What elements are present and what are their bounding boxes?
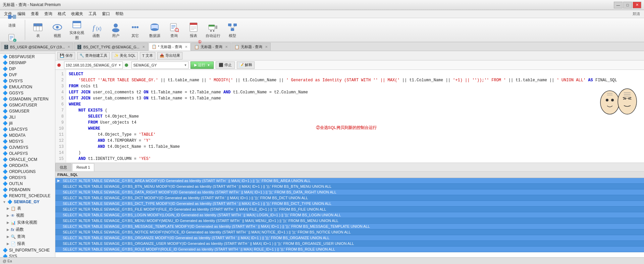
sidebar-item-jili-lower[interactable]: 🔷 jili bbox=[0, 120, 55, 126]
stop-button[interactable]: ⬛ 停止 bbox=[216, 61, 235, 69]
sidebar-item-dvf[interactable]: 🔷 DVF bbox=[0, 72, 55, 78]
sidebar-item-mddata[interactable]: 🔷 MDDATA bbox=[0, 132, 55, 138]
sidebar-item-gsmadmin[interactable]: 🔷 GSMADMIN_INTERN bbox=[0, 96, 55, 102]
result-cell: SELECT 'ALTER TABLE SEWAGE_GY.BS_NOTICE … bbox=[63, 230, 351, 234]
query-builder-button[interactable]: 🔧 查询创建工具 bbox=[77, 52, 110, 59]
tab-icon-bs-user: 🗄️ bbox=[4, 45, 9, 49]
sidebar-label-gsmuser: GSMUSER bbox=[9, 109, 30, 114]
sql-editor[interactable]: 12345 678910 1112131415 1617 SELECT 'SEL… bbox=[55, 70, 644, 163]
tab-query-2[interactable]: 📋 无标题 - 查询 ✕ bbox=[191, 43, 231, 51]
query-button[interactable]: 查询 bbox=[165, 20, 183, 40]
materialview-icon bbox=[71, 19, 82, 30]
sidebar-label-remote-schedule: REMOTE_SCHEDULE bbox=[9, 193, 50, 198]
explain-button[interactable]: 📝 解释 bbox=[237, 61, 255, 69]
sidebar-item-si-informtn[interactable]: 🔷 SI_INFORMTN_SCHE bbox=[0, 247, 55, 253]
view-button[interactable]: 视图 bbox=[48, 20, 67, 40]
close-button[interactable]: ✕ bbox=[633, 2, 641, 8]
db-icon: 🔷 bbox=[3, 91, 8, 95]
menu-favorites[interactable]: 收藏夹 bbox=[68, 10, 86, 17]
save-button[interactable]: 💾 保存 bbox=[57, 52, 75, 59]
result-col-header: FINAL_SQL bbox=[57, 173, 78, 177]
sidebar-item-lbacsys[interactable]: 🔷 LBACSYS bbox=[0, 126, 55, 132]
sidebar-item-dvsys[interactable]: 🔷 DVSYS bbox=[0, 78, 55, 84]
sidebar-item-ojvmsys[interactable]: 🔷 OJVMSYS bbox=[0, 144, 55, 150]
model-button[interactable]: 模型 bbox=[223, 20, 242, 40]
sidebar-item-oracle-ocm[interactable]: 🔷 ORACLE_OCM bbox=[0, 157, 55, 163]
connection-selector[interactable]: 192.168.10.226_SEWAGE_GY ▼ bbox=[64, 61, 123, 69]
sidebar-item-mdsys[interactable]: 🔷 MDSYS bbox=[0, 138, 55, 144]
sidebar-item-function[interactable]: ▶ fx 函数 bbox=[0, 226, 55, 233]
sidebar-item-gsmcatuser[interactable]: 🔷 GSMCATUSER bbox=[0, 102, 55, 108]
tab-bs-dict-type[interactable]: 🗄️ BS_DICT_TYPE @SEWAGE_G... ✕ bbox=[74, 43, 148, 51]
user-button[interactable]: 用户 bbox=[106, 20, 125, 40]
sidebar-item-dip[interactable]: 🔷 DIP bbox=[0, 66, 55, 72]
menu-help[interactable]: 帮助 bbox=[113, 10, 126, 17]
result-row: SELECT 'ALTER TABLE SEWAGE_GY.BS_FILE MO… bbox=[55, 207, 644, 212]
sidebar-item-dbsfwuser[interactable]: 🔷 DBSFWUSER bbox=[0, 54, 55, 60]
run-button[interactable]: ▶ 运行 ▼ bbox=[191, 61, 214, 69]
database-selector[interactable]: SEWAGE_GY ▼ bbox=[131, 61, 189, 69]
tab-bs-user[interactable]: 🗄️ BS_USER @SEWAGE_GY (19... ✕ bbox=[1, 43, 73, 51]
table-button[interactable]: 表 bbox=[29, 20, 47, 40]
report-button[interactable]: 报表 bbox=[184, 20, 203, 40]
tab-close-bs-user[interactable]: ✕ bbox=[67, 45, 70, 49]
beautify-label: 美化 SQL bbox=[120, 53, 136, 58]
autorun-button[interactable]: 自动运行 bbox=[204, 20, 222, 40]
sidebar-item-sewage-gy[interactable]: ▼ 🔷 SEWAGE_GY bbox=[0, 199, 55, 205]
sidebar-label-dvsys: DVSYS bbox=[9, 79, 23, 83]
conn-status-indicator bbox=[57, 63, 61, 67]
other-button[interactable]: 其它 bbox=[126, 20, 145, 40]
tab-query-active[interactable]: 📋 * 无标题 - 查询 ✕ bbox=[149, 43, 191, 51]
function-button[interactable]: f(x) 函数 bbox=[87, 20, 106, 40]
minimize-button[interactable]: — bbox=[614, 2, 623, 8]
tab-close-bs-dict-type[interactable]: ✕ bbox=[142, 45, 145, 49]
sidebar-item-gsmuser[interactable]: 🔷 GSMUSER bbox=[0, 108, 55, 114]
connect-button[interactable]: 连接 bbox=[3, 9, 21, 30]
report-label: 报表 bbox=[190, 33, 197, 38]
text-button[interactable]: T 文本 bbox=[140, 52, 155, 59]
sidebar-item-orddata[interactable]: 🔷 ORDDATA bbox=[0, 163, 55, 169]
tab-close-query-2[interactable]: ✕ bbox=[225, 45, 228, 49]
sidebar-label-lbacsys: LBACSYS bbox=[9, 127, 28, 132]
meme-image bbox=[597, 84, 637, 118]
menu-tools[interactable]: 工具 bbox=[86, 10, 99, 17]
connect-label: 连接 bbox=[8, 23, 16, 28]
tab-close-query-3[interactable]: ✕ bbox=[265, 45, 268, 49]
sidebar-item-ggsys[interactable]: 🔷 GGSYS bbox=[0, 90, 55, 96]
beautify-button[interactable]: ✨ 美化 SQL bbox=[112, 52, 138, 59]
materialview-button[interactable]: 实体化视图 bbox=[67, 20, 86, 40]
sidebar-item-dbsnmp[interactable]: 🔷 DBSNMP bbox=[0, 60, 55, 66]
sidebar-item-matview[interactable]: ▶ 📊 实体化视图 bbox=[0, 219, 55, 226]
maximize-button[interactable]: □ bbox=[623, 2, 632, 8]
result-tab-result1[interactable]: Result 1 bbox=[72, 163, 94, 171]
beautify-icon: ✨ bbox=[114, 53, 119, 58]
export-button[interactable]: 📤 导出结果 bbox=[157, 52, 182, 59]
expand-arrow: ▼ bbox=[3, 200, 6, 204]
sidebar-item-remote-schedule[interactable]: 🔷 REMOTE_SCHEDULE bbox=[0, 193, 55, 199]
sidebar-item-olapsys[interactable]: 🔷 OLAPSYS bbox=[0, 150, 55, 157]
sidebar-item-jili-upper[interactable]: 🔷 JILI bbox=[0, 114, 55, 120]
sidebar-item-report-node[interactable]: ▶ 📄 报表 bbox=[0, 240, 55, 247]
sidebar-label-function: 函数 bbox=[16, 227, 24, 232]
menu-window[interactable]: 窗口 bbox=[99, 10, 113, 17]
result-tab-info[interactable]: 信息 bbox=[55, 163, 71, 171]
tab-close-query-active[interactable]: ✕ bbox=[185, 45, 187, 49]
sidebar-item-emulation[interactable]: 🔷 EMULATION bbox=[0, 84, 55, 90]
menu-view[interactable]: 查看 bbox=[28, 10, 42, 17]
result-tab-result1-label: Result 1 bbox=[76, 165, 90, 169]
sidebar-item-table[interactable]: ▶ 📋 表 bbox=[0, 205, 55, 212]
sidebar-item-query-node[interactable]: ▶ 🔍 查询 bbox=[0, 233, 55, 240]
sidebar-label-dbsnmp: DBSNMP bbox=[9, 60, 26, 65]
menu-format[interactable]: 格式 bbox=[55, 10, 68, 17]
sidebar-item-view[interactable]: ▶ 👁 视图 bbox=[0, 212, 55, 219]
menu-query[interactable]: 查询 bbox=[42, 10, 55, 17]
tab-label-query-active: * 无标题 - 查询 bbox=[158, 44, 182, 49]
sql-content[interactable]: SELECT 'SELECT ''ALTER TABLE SEWAGE_GY.'… bbox=[66, 70, 644, 163]
sidebar-item-ordsys[interactable]: 🔷 ORDSYS bbox=[0, 175, 55, 181]
tab-query-3[interactable]: 📋 无标题 - 查询 ✕ bbox=[231, 43, 271, 51]
sidebar-item-ordplugins[interactable]: 🔷 ORDPLUGINS bbox=[0, 169, 55, 175]
export-label: 导出结果 bbox=[165, 53, 180, 58]
sidebar-item-pdbadmin[interactable]: 🔷 PDBADMIN bbox=[0, 187, 55, 193]
datasource-button[interactable]: 数据源 bbox=[145, 20, 164, 40]
sidebar-item-outln[interactable]: 🔷 OUTLN bbox=[0, 181, 55, 187]
